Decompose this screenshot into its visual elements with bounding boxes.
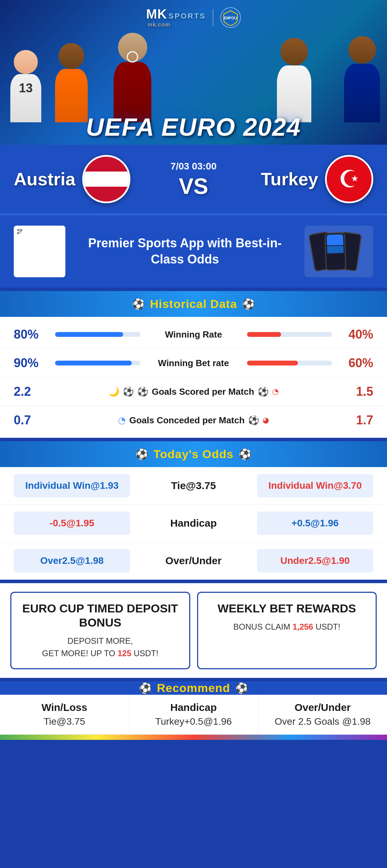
svg-rect-27 [19, 233, 20, 234]
soccer-ball-icon-left: ⚽ [132, 298, 145, 310]
individual-win-away-btn[interactable]: Individual Win@3.70 [257, 474, 373, 497]
bonus-amount-1: 125 [118, 649, 131, 658]
ball-icon-1: ⚽ [123, 386, 134, 397]
bonus-amount-2: 1,256 [292, 622, 313, 631]
rec-col-1: Win/Loss Tie@3.75 [0, 695, 129, 734]
svg-rect-15 [21, 231, 21, 231]
handicap-plus-btn[interactable]: +0.5@1.96 [257, 512, 373, 535]
svg-rect-23 [21, 232, 22, 233]
stat-right-3: 1.5 [339, 384, 373, 399]
vs-section: 7/03 03:00 VS [164, 161, 224, 197]
match-time: 7/03 03:00 [171, 161, 217, 172]
stat-right-4: 1.7 [339, 413, 373, 427]
rec-col-3: Over/Under Over 2.5 Goals @1.98 [258, 695, 387, 734]
svg-rect-24 [21, 233, 21, 233]
qr-code [14, 226, 65, 277]
crescent-icon: ☪ [338, 165, 360, 193]
svg-rect-21 [21, 231, 22, 232]
stat-label-2: Winning Bet rate [146, 358, 242, 369]
rec-col-title-3: Over/Under [264, 702, 382, 713]
recommend-title: Recommend [157, 681, 230, 695]
svg-rect-20 [21, 231, 21, 231]
goals-center-3: 🌙 ⚽ ⚽ Goals Scored per Match ⚽ ◔ [55, 386, 332, 397]
over-btn[interactable]: Over2.5@1.98 [14, 549, 130, 572]
partial-ball-icon: ◔ [118, 415, 126, 426]
recommend-table: Win/Loss Tie@3.75 Handicap Turkey+0.5@1.… [0, 695, 387, 735]
stat-row-4: 0.7 ◔ Goals Conceded per Match ⚽ ◕ 1.7 [0, 406, 387, 434]
svg-rect-26 [20, 233, 20, 233]
stat-row-1: 80% Winning Rate 40% [0, 320, 387, 349]
recommend-section-header: ⚽ Recommend ⚽ [0, 681, 387, 695]
historical-table: 80% Winning Rate 40% 90% Winning Bet rat… [0, 317, 387, 438]
svg-rect-4 [18, 230, 19, 230]
mk-logo: MK SPORTS mk.com [146, 7, 206, 28]
svg-rect-14 [20, 231, 20, 231]
half-ball-icon: ◔ [272, 387, 279, 396]
svg-rect-22 [21, 232, 21, 232]
historical-title: Historical Data [150, 297, 237, 311]
stat-left-1: 80% [14, 327, 48, 342]
svg-text:EMPOLI: EMPOLI [224, 16, 237, 20]
odds-ball-icon-right: ⚽ [239, 448, 251, 460]
odds-row-1: Individual Win@1.93 Tie@3.75 Individual … [0, 467, 387, 505]
promo-text-block: Premier Sports App with Best-in-Class Od… [76, 235, 294, 268]
player-4 [277, 38, 311, 122]
handicap-minus-btn[interactable]: -0.5@1.95 [14, 512, 130, 535]
turkey-flag: ☪ [327, 157, 372, 202]
svg-rect-19 [21, 232, 21, 232]
soccer-ball-icon-right: ⚽ [242, 298, 255, 310]
odds-cell-left-1: Individual Win@1.93 [14, 474, 130, 497]
stat-bar-1: Winning Rate [55, 329, 332, 340]
rec-col-title-2: Handicap [134, 702, 252, 713]
svg-point-1 [127, 52, 138, 62]
stat-label-1: Winning Rate [146, 329, 242, 340]
austria-flag-circle [82, 155, 130, 203]
player-3 [114, 33, 151, 122]
odds-cell-center-2: Handicap [135, 517, 251, 529]
svg-rect-17 [20, 231, 20, 232]
stat-bar-2: Winning Bet rate [55, 358, 332, 369]
rec-ball-icon-right: ⚽ [235, 682, 248, 694]
rec-col-title-1: Win/Loss [5, 702, 123, 713]
rec-col-2: Handicap Turkey+0.5@1.96 [129, 695, 258, 734]
goals-center-4: ◔ Goals Conceded per Match ⚽ ◕ [55, 415, 332, 426]
event-title: UEFA EURO 2024 [86, 113, 301, 141]
home-team-name: Austria [14, 169, 75, 189]
odds-cell-left-3: Over2.5@1.98 [14, 549, 130, 572]
match-section: Austria 7/03 03:00 VS ☪ Turkey [0, 145, 387, 215]
austria-flag [84, 157, 129, 202]
bar-right-1 [247, 332, 332, 337]
ball-icon-3: ⚽ [258, 386, 269, 397]
ball-icon-4: ⚽ [248, 415, 259, 426]
bar-left-fill-2 [55, 361, 132, 365]
odds-table: Individual Win@1.93 Tie@3.75 Individual … [0, 467, 387, 580]
odds-cell-center-3: Over/Under [135, 555, 251, 567]
over-under-label: Over/Under [165, 555, 222, 567]
stat-left-4: 0.7 [14, 413, 48, 427]
bonus-card-2: WEEKLY BET REWARDS BONUS CLAIM 1,256 USD… [197, 592, 377, 669]
stat-label-3: Goals Scored per Match [152, 386, 254, 397]
under-btn[interactable]: Under2.5@1.90 [257, 549, 373, 572]
three-quarter-icon: ◕ [262, 416, 269, 425]
svg-rect-9 [19, 229, 20, 230]
bonus-section: EURO CUP TIMED DEPOSIT BONUS DEPOSIT MOR… [0, 583, 387, 678]
rec-ball-icon-left: ⚽ [139, 682, 152, 694]
header-banner: MK SPORTS mk.com EMPOLI 13 [0, 0, 387, 145]
svg-rect-12 [19, 231, 20, 231]
app-promo-section: Premier Sports App with Best-in-Class Od… [0, 215, 387, 288]
player-1: 13 [10, 50, 41, 122]
stat-row-2: 90% Winning Bet rate 60% [0, 349, 387, 378]
stat-row-3: 2.2 🌙 ⚽ ⚽ Goals Scored per Match ⚽ ◔ 1.5 [0, 378, 387, 406]
bar-left-fill-1 [55, 332, 123, 337]
handicap-label: Handicap [170, 517, 217, 529]
bar-right-fill-1 [247, 332, 281, 337]
stat-right-2: 60% [339, 356, 373, 370]
individual-win-btn[interactable]: Individual Win@1.93 [14, 474, 130, 497]
odds-section-header: ⚽ Today's Odds ⚽ [0, 441, 387, 467]
svg-rect-28 [20, 233, 20, 234]
historical-section-header: ⚽ Historical Data ⚽ [0, 291, 387, 317]
bonus-title-2: WEEKLY BET REWARDS [207, 601, 367, 616]
moon-icon: 🌙 [108, 386, 119, 397]
bonus-card-1: EURO CUP TIMED DEPOSIT BONUS DEPOSIT MOR… [10, 592, 190, 669]
bar-right-fill-2 [247, 361, 298, 365]
